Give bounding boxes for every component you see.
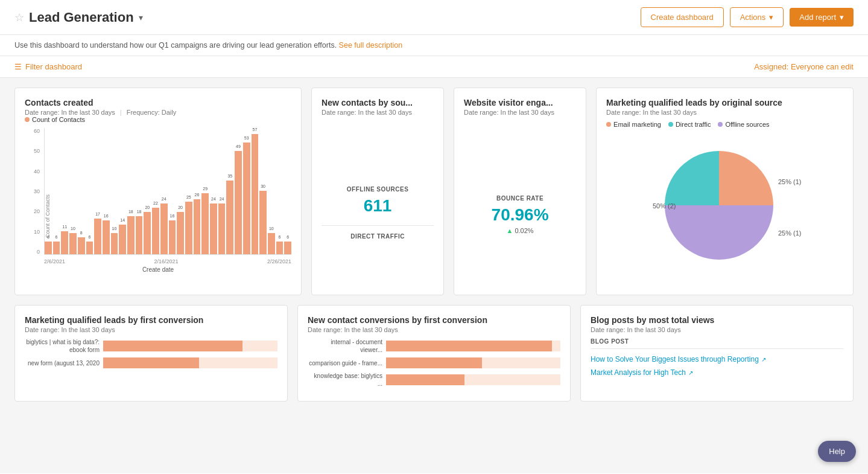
bar-21[interactable]: 24 (218, 128, 226, 254)
bar-22[interactable]: 35 (226, 128, 233, 254)
bar-7[interactable]: 16 (103, 128, 110, 254)
mql-legend: Email marketing Direct traffic Offline s… (606, 121, 843, 128)
bar-29[interactable]: 6 (284, 128, 291, 254)
bar-6[interactable]: 17 (94, 128, 101, 254)
legend-dot-contacts (25, 117, 30, 122)
bar-1[interactable]: 6 (53, 128, 60, 254)
new-contacts-metrics: OFFLINE SOURCES 611 DIRECT TRAFFIC (322, 121, 434, 308)
conv-hbar-1: internal - document viewer... (308, 338, 560, 354)
contacts-created-title: Contacts created (25, 98, 291, 107)
legend-dot-email (606, 122, 611, 127)
pie-label-email: 25% (1) (778, 178, 802, 185)
see-full-description-link[interactable]: See full description (339, 41, 403, 50)
y-axis: 60 50 40 30 20 10 0 (25, 128, 42, 255)
new-contacts-title: New contacts by sou... (322, 98, 434, 107)
bar-15[interactable]: 16 (169, 128, 176, 254)
legend-dot-offline (718, 122, 723, 127)
bar-13[interactable]: 22 (152, 128, 159, 254)
pie-label-direct: 25% (1) (778, 229, 802, 237)
blog-link-2[interactable]: Market Analysis for High Tech ↗ (591, 366, 843, 379)
add-report-button[interactable]: Add report ▾ (790, 8, 854, 27)
pie-segment-offline (665, 205, 773, 260)
description-text: Use this dashboard to understand how our… (14, 41, 337, 50)
conv-hbar-3: knowledge base: biglytics ... (308, 372, 560, 388)
header-actions: Create dashboard Actions ▾ Add report ▾ (641, 7, 854, 27)
description-bar: Use this dashboard to understand how our… (0, 35, 868, 56)
blog-posts-date: Date range: In the last 30 days (591, 326, 843, 333)
mql-source-date: Date range: In the last 30 days (606, 109, 843, 116)
blog-posts-title: Blog posts by most total views (591, 315, 843, 325)
bar-28[interactable]: 6 (276, 128, 284, 254)
bar-16[interactable]: 20 (177, 128, 184, 254)
bar-27[interactable]: 10 (268, 128, 275, 254)
bar-8[interactable]: 10 (111, 128, 118, 254)
star-icon[interactable]: ☆ (14, 11, 24, 24)
filter-bar: ☰ Filter dashboard Assigned: Everyone ca… (0, 56, 868, 78)
date-range-label: Date range: In the last 30 days (25, 109, 115, 116)
blog-link-1[interactable]: How to Solve Your Biggest Issues through… (591, 353, 843, 366)
bar-11[interactable]: 18 (136, 128, 143, 254)
bar-18[interactable]: 26 (194, 128, 201, 254)
frequency-label: Frequency: Daily (127, 109, 177, 116)
bounce-change: ▲ 0.02% (464, 227, 576, 234)
pie-chart: 25% (1) 50% (2) 25% (1) (647, 139, 803, 272)
mql-conversion-bars: biglytics | what is big data?:ebook form… (25, 338, 277, 368)
header-left: ☆ Lead Generation ▾ (14, 10, 143, 25)
bar-17[interactable]: 25 (185, 128, 192, 254)
mql-source-card: Marketing qualified leads by original so… (596, 88, 854, 295)
bar-23[interactable]: 49 (235, 128, 242, 254)
bar-14[interactable]: 24 (160, 128, 168, 254)
bar-12[interactable]: 20 (144, 128, 151, 254)
hbar-row-2: new form (august 13, 2020 (25, 357, 277, 368)
new-contacts-date: Date range: In the last 30 days (322, 109, 434, 116)
bar-4[interactable]: 8 (78, 128, 85, 254)
new-contact-conversions-card: New contact conversions by first convers… (297, 305, 571, 402)
actions-button[interactable]: Actions ▾ (730, 7, 784, 27)
bar-24[interactable]: 53 (243, 128, 250, 254)
assigned-value[interactable]: Everyone can edit (791, 62, 854, 71)
bar-5[interactable]: 6 (86, 128, 93, 254)
bar-25[interactable]: 57 (252, 128, 259, 254)
mql-conversion-card: Marketing qualified leads by first conve… (14, 305, 288, 402)
legend-count-contacts: Count of Contacts (25, 116, 85, 123)
bar-19[interactable]: 29 (201, 128, 209, 254)
pie-chart-container: 25% (1) 50% (2) 25% (1) (606, 133, 843, 278)
pie-segment-email (719, 151, 773, 205)
create-dashboard-button[interactable]: Create dashboard (641, 7, 724, 27)
conversions-bars: internal - document viewer... comparison… (308, 338, 560, 388)
pie-segment-direct (665, 151, 719, 205)
mql-conversion-date: Date range: In the last 30 days (25, 326, 277, 333)
bar-20[interactable]: 24 (210, 128, 217, 254)
external-link-icon-2: ↗ (688, 370, 693, 376)
bar-0[interactable]: 6 (45, 128, 52, 254)
dashboard: Contacts created Date range: In the last… (0, 78, 868, 473)
chevron-down-icon[interactable]: ▾ (139, 13, 143, 22)
conversions-title: New contact conversions by first convers… (308, 315, 560, 325)
bar-3[interactable]: 10 (69, 128, 77, 254)
conversions-date: Date range: In the last 30 days (308, 326, 560, 333)
website-visitor-title: Website visitor enga... (464, 98, 576, 107)
filter-label: Filter dashboard (25, 62, 82, 71)
blog-col-header: BLOG POST (591, 338, 843, 349)
filter-icon: ☰ (14, 62, 22, 71)
contacts-created-card: Contacts created Date range: In the last… (14, 88, 302, 295)
website-visitor-date: Date range: In the last 30 days (464, 109, 576, 116)
new-contacts-source-card: New contacts by sou... Date range: In th… (311, 88, 444, 295)
bar-26[interactable]: 30 (259, 128, 267, 254)
filter-dashboard-button[interactable]: ☰ Filter dashboard (14, 62, 82, 71)
assigned-label: Assigned: (754, 62, 788, 71)
external-link-icon-1: ↗ (761, 356, 766, 363)
x-axis: 2/6/2021 2/16/2021 2/26/2021 (44, 258, 291, 264)
contacts-created-meta: Date range: In the last 30 days | Freque… (25, 109, 291, 116)
page-title: Lead Generation (29, 10, 134, 25)
bar-10[interactable]: 18 (127, 128, 135, 254)
mql-conversion-title: Marketing qualified leads by first conve… (25, 315, 277, 325)
pie-label-offline: 50% (2) (653, 202, 676, 210)
bar-2[interactable]: 11 (61, 128, 68, 254)
website-visitor-card: Website visitor enga... Date range: In t… (454, 88, 586, 295)
contacts-legend: Count of Contacts (25, 116, 291, 123)
mql-source-title: Marketing qualified leads by original so… (606, 98, 843, 107)
website-visitor-metrics: BOUNCE RATE 70.96% ▲ 0.02% (464, 121, 576, 308)
help-button[interactable]: Help (818, 441, 856, 462)
bar-9[interactable]: 14 (119, 128, 126, 254)
